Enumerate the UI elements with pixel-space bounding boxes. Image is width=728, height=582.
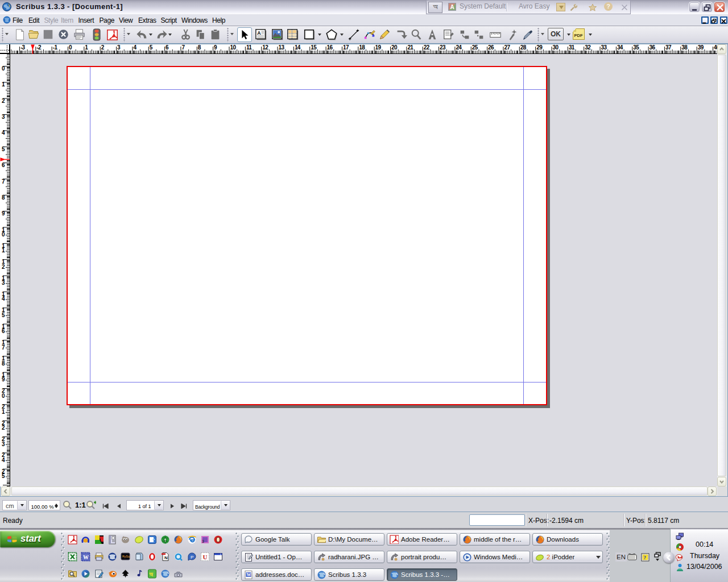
svg-text:A: A — [257, 30, 261, 36]
svg-text:অ: অ — [149, 571, 154, 577]
svg-text:U: U — [203, 554, 208, 560]
svg-text:3: 3 — [202, 539, 204, 543]
svg-text:N: N — [164, 555, 168, 560]
svg-text:P: P — [191, 555, 193, 560]
svg-text:MySq: MySq — [122, 555, 130, 559]
svg-text:W: W — [83, 554, 89, 560]
svg-text:W: W — [247, 572, 251, 577]
svg-text:?: ? — [644, 555, 647, 560]
